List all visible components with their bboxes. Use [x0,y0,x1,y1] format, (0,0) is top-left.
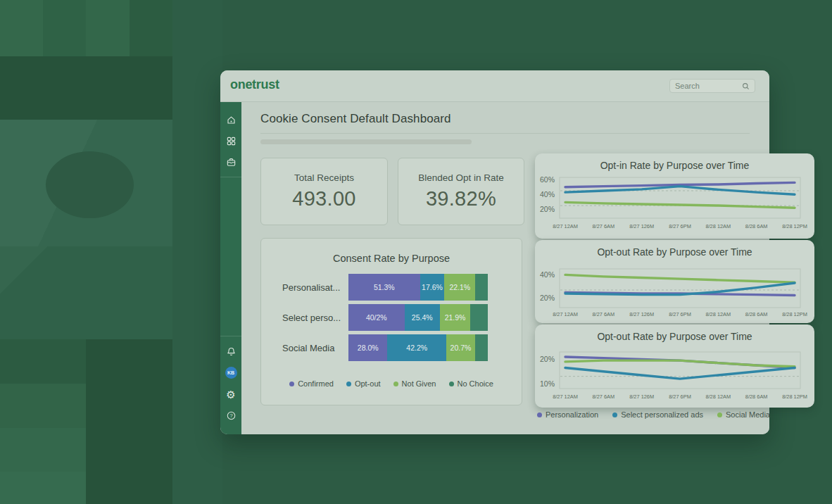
legend-item: Not Given [393,379,436,388]
opt-out-line-chart-2: 20%10%8/27 12AM8/27 6AM8/27 126M8/27 6PM… [535,325,814,408]
page-title: Cookie Consent Default Dashboard [260,112,451,126]
kpi-card-total-receipts[interactable]: Total Receipts 493.00 [260,158,388,225]
legend-label: Social Media [726,410,770,419]
stacked-bar[interactable]: 51.3%17.6%22.1% [348,274,488,301]
bar-segment-confirmed: 51.3% [348,274,420,301]
search-input[interactable] [675,82,742,90]
opt-out-rate-panel-1[interactable]: Opt-out Rate by Purpose over Time 40%20%… [535,240,814,323]
sidebar: KB ⚙ ? [220,102,241,434]
bar-category-label: Select perso... [282,313,348,323]
bar-segment-not-given: 22.1% [444,274,475,301]
loading-skeleton-bar [260,139,472,144]
bar-segment-opt-out: 25.4% [405,304,440,331]
legend-label: Select personalized ads [621,410,703,419]
svg-text:8/27 12AM: 8/27 12AM [553,223,578,229]
legend-dot [717,412,722,417]
legend-label: Opt-out [355,379,381,388]
bg-shape [0,339,86,384]
bar-segment-opt-out: 17.6% [420,274,445,301]
svg-text:20%: 20% [540,205,555,213]
notifications-bell-icon[interactable] [225,346,237,357]
legend-item: Social Media [717,410,770,419]
bg-shape [172,0,222,504]
consent-chart-legend: ConfirmedOpt-outNot GivenNo Choice [261,379,522,388]
bg-shape [0,56,172,120]
opt-out-line-chart-1: 40%20%8/27 12AM8/27 6AM8/27 126M8/27 6PM… [535,240,814,323]
bar-segment-not-given: 21.9% [440,304,470,331]
home-icon[interactable] [225,114,237,125]
help-icon[interactable]: ? [225,410,237,421]
legend-dot [289,382,294,386]
bar-segment-no-choice [475,274,488,301]
kpi-card-blended-opt-in-rate[interactable]: Blended Opt in Rate 39.82% [398,158,524,225]
bar-row: Personalisat...51.3%17.6%22.1% [282,274,488,301]
svg-text:8/27 6PM: 8/27 6PM [669,223,691,229]
bg-shape [86,0,130,56]
svg-text:8/28 6AM: 8/28 6AM [745,393,768,400]
sidebar-divider [220,177,241,177]
svg-text:8/28 6AM: 8/28 6AM [745,223,768,229]
svg-text:20%: 20% [540,355,555,363]
kpi-value: 493.00 [292,187,356,210]
bar-segment-not-given: 20.7% [446,334,475,361]
apps-grid-icon[interactable] [225,135,237,146]
svg-text:8/28 12AM: 8/28 12AM [705,393,731,400]
bar-row: Social Media28.0%42.2%20.7% [282,334,488,361]
svg-text:8/27 12AM: 8/27 12AM [553,393,578,400]
svg-text:8/27 126M: 8/27 126M [629,223,654,229]
onetrust-logo: onetrust [230,77,279,92]
settings-gear-icon[interactable]: ⚙ [225,389,237,400]
svg-text:40%: 40% [540,270,555,279]
legend-label: Not Given [402,379,436,388]
gear-glyph: ⚙ [226,389,235,400]
legend-dot [612,412,617,417]
bg-shape [43,0,86,56]
legend-item: Opt-out [346,379,381,388]
svg-text:?: ? [229,412,232,419]
svg-text:8/27 6PM: 8/27 6PM [669,393,691,400]
legend-dot [346,382,351,386]
stacked-bar[interactable]: 40/2%25.4%21.9% [348,304,488,331]
briefcase-icon[interactable] [225,156,237,168]
svg-text:8/27 12AM: 8/27 12AM [553,311,578,317]
bg-shape [130,0,172,56]
search-box[interactable] [669,79,755,93]
time-series-legend: PersonalizationSelect personalized adsSo… [537,410,770,419]
search-icon [742,82,750,90]
bar-segment-no-choice [475,334,488,361]
opt-in-rate-panel[interactable]: Opt-in Rate by Purpose over Time 60%40%2… [535,153,814,239]
svg-text:40%: 40% [540,190,555,199]
legend-item: Select personalized ads [612,410,703,419]
legend-dot [449,382,454,386]
legend-label: Personalization [546,410,598,419]
chart-title: Consent Rate by Purpose [261,253,522,264]
title-divider [260,133,750,134]
svg-text:60%: 60% [540,175,555,184]
legend-item: No Choice [449,379,493,388]
kpi-value: 39.82% [426,187,496,210]
bar-category-label: Personalisat... [282,282,348,293]
bar-category-label: Social Media [282,343,348,353]
opt-out-rate-panel-2[interactable]: Opt-out Rate by Purpose over Time 20%10%… [535,325,814,408]
bar-row: Select perso...40/2%25.4%21.9% [282,304,488,331]
svg-text:20%: 20% [540,294,555,302]
stacked-bar[interactable]: 28.0%42.2%20.7% [348,334,488,361]
consent-rate-by-purpose-card[interactable]: Consent Rate by Purpose Personalisat...5… [260,238,522,405]
bar-segment-no-choice [470,304,488,331]
bg-shape [0,384,86,428]
bg-shape [0,0,43,56]
bg-circle-shape [46,151,134,218]
sidebar-divider [220,336,241,336]
kpi-label: Total Receipts [294,172,354,183]
bg-shape [0,428,86,472]
opt-in-line-chart: 60%40%20%8/27 12AM8/27 6AM8/27 126M8/27 … [535,153,814,239]
svg-text:8/28 12PM: 8/28 12PM [782,223,807,229]
svg-text:8/27 6AM: 8/27 6AM [593,393,615,400]
user-avatar[interactable]: KB [225,367,237,379]
legend-item: Confirmed [289,379,334,388]
svg-text:10%: 10% [540,379,555,388]
svg-text:8/27 126M: 8/27 126M [629,393,654,400]
svg-text:8/28 6AM: 8/28 6AM [745,311,768,317]
bg-shape [86,339,172,504]
bg-shape [0,472,86,504]
